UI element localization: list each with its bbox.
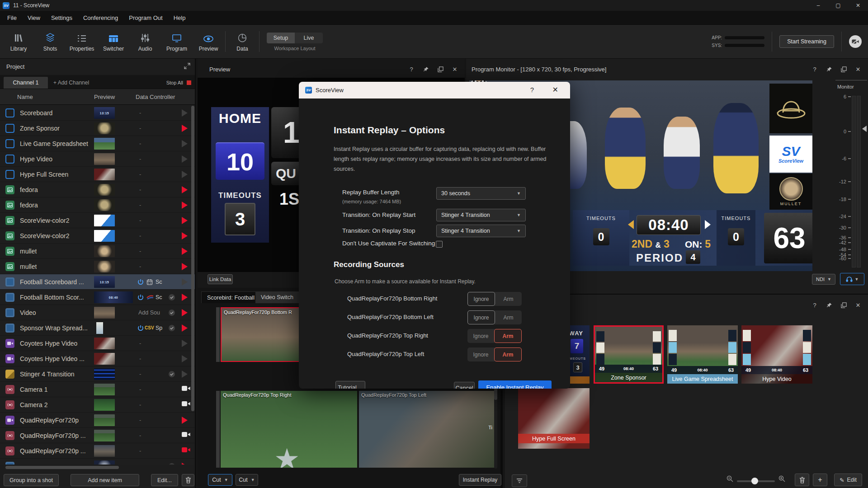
edit-item-button[interactable]: Edit...	[151, 474, 178, 486]
channel-1-tab[interactable]: Channel 1	[4, 77, 48, 89]
play-button-active[interactable]	[182, 416, 191, 424]
play-button-active[interactable]	[182, 124, 191, 132]
toolbar-data-button[interactable]: Data	[226, 25, 258, 58]
ndi-output-select[interactable]: NDI▼	[812, 274, 835, 285]
camera-source-icon[interactable]	[182, 401, 190, 407]
pin-icon[interactable]	[826, 301, 833, 309]
channel-row[interactable]: Scoreboard13:15-	[0, 105, 195, 121]
ignore-button[interactable]: Ignore	[467, 329, 494, 343]
toolbar-library-button[interactable]: Library	[3, 25, 34, 58]
pin-icon[interactable]	[422, 66, 429, 73]
channel-row[interactable]: Stinger 4 Transition-	[0, 366, 195, 382]
delete-shot-button[interactable]	[795, 474, 809, 486]
add-new-item-button[interactable]: Add new item	[71, 474, 139, 486]
toolbar-switcher-button[interactable]: Switcher	[98, 25, 129, 58]
cancel-button[interactable]: Cancel	[454, 382, 475, 389]
link-data-button[interactable]: Link Data	[208, 274, 233, 284]
arm-button[interactable]: Arm	[494, 329, 522, 343]
channel-row[interactable]: Sponsor Wrap Spread...SpCSV	[0, 320, 195, 336]
dialog-help-button[interactable]: ?	[530, 86, 534, 94]
play-button-active[interactable]	[182, 324, 191, 332]
account-avatar[interactable]	[849, 35, 862, 48]
channel-row[interactable]: VideoAdd Sou	[0, 305, 195, 320]
channel-row[interactable]: ScoreView-color2-	[0, 228, 195, 244]
toolbar-properties-button[interactable]: Properties	[66, 25, 98, 58]
toolbar-preview-button[interactable]: Preview	[193, 25, 224, 58]
channel-row[interactable]: QuadReplayFor720p ...-	[0, 428, 195, 443]
play-button-active[interactable]	[182, 232, 191, 240]
help-icon[interactable]: ?	[811, 66, 818, 73]
channel-row[interactable]: mullet-	[0, 259, 195, 274]
channel-row[interactable]: Zone Sponsor-	[0, 121, 195, 136]
channel-row[interactable]	[0, 459, 195, 465]
minimize-button[interactable]: –	[808, 0, 828, 11]
play-button[interactable]	[182, 140, 191, 148]
play-button[interactable]	[182, 339, 191, 347]
menu-item-help[interactable]: Help	[168, 11, 191, 25]
channel-row[interactable]: Football Bottom Scor...08:40Sc	[0, 290, 195, 305]
transition-start-select[interactable]: Stinger 4 Transition▼	[436, 209, 526, 221]
quad-top-right-source[interactable]: QuadReplayFor720p Top Right ★	[221, 391, 357, 468]
play-button-active[interactable]	[182, 462, 191, 465]
close-button[interactable]: ✕	[848, 0, 868, 11]
channel-row[interactable]: Coyotes Hype Video ...-	[0, 351, 195, 366]
channel-row[interactable]: Hype Video-	[0, 151, 195, 167]
play-button[interactable]	[182, 170, 191, 178]
play-button[interactable]	[182, 355, 191, 363]
vertical-scrollbar[interactable]	[191, 106, 194, 411]
tab-video-switcher[interactable]: Video Switch	[255, 291, 299, 303]
menu-item-conferencing[interactable]: Conferencing	[78, 11, 123, 25]
power-icon[interactable]	[137, 294, 144, 300]
channel-row[interactable]: Coyotes Hype Video-	[0, 336, 195, 351]
play-button-active[interactable]	[182, 201, 191, 209]
tab-scorebird-football[interactable]: Scorebird: Football	[201, 291, 260, 303]
shot-hype-full-screen[interactable]: Hype Full Screen	[518, 388, 590, 449]
transition-cut-select[interactable]: Cut▼	[208, 474, 232, 486]
checkbox-icon[interactable]	[5, 155, 14, 164]
transition-stop-select[interactable]: Stinger 4 Transition▼	[436, 225, 526, 237]
channel-row[interactable]: Hype Full Screen-	[0, 167, 195, 182]
monitor-audio-button[interactable]: ▼	[840, 273, 864, 285]
stop-all-button[interactable]: Stop All	[166, 77, 183, 89]
ignore-button[interactable]: Ignore	[467, 310, 495, 324]
float-window-icon[interactable]	[840, 66, 847, 73]
checkbox-icon[interactable]	[5, 124, 14, 133]
arm-button[interactable]: Arm	[495, 310, 522, 324]
maximize-button[interactable]: ▢	[828, 0, 848, 11]
channel-row[interactable]: Camera 1-	[0, 382, 195, 397]
camera-recording-icon[interactable]	[182, 447, 190, 453]
play-button-active[interactable]	[182, 216, 191, 225]
filter-button[interactable]	[512, 474, 527, 487]
dialog-close-button[interactable]: ✕	[552, 85, 558, 94]
zoom-out-icon[interactable]	[726, 475, 733, 482]
edit-shots-button[interactable]: ✎Edit	[834, 474, 862, 486]
tutorial-button[interactable]: Tutorial ...	[335, 381, 365, 389]
channel-row[interactable]: QuadReplayFor720p ...-	[0, 443, 195, 459]
workspace-setup-tab[interactable]: Setup	[267, 33, 295, 43]
close-panel-icon[interactable]: ✕	[854, 301, 862, 309]
add-channel-button[interactable]: + Add Channel	[53, 77, 89, 89]
horizontal-scrollbar[interactable]	[5, 466, 119, 469]
captivate-checkbox[interactable]	[436, 241, 443, 248]
channel-row[interactable]: QuadReplayFor720p-	[0, 413, 195, 428]
buffer-length-select[interactable]: 30 seconds▼	[436, 187, 526, 200]
menu-item-view[interactable]: View	[22, 11, 46, 25]
play-button-active[interactable]	[182, 263, 191, 271]
shot-live-game-spreadsheet[interactable]: 4908:4063 Live Game Spreadsheet	[667, 325, 738, 384]
power-icon[interactable]	[137, 325, 144, 331]
delete-item-button[interactable]	[182, 474, 194, 486]
ignore-button[interactable]: Ignore	[467, 292, 495, 306]
shot-zone-sponsor[interactable]: 4908:4063 Zone Sponsor	[594, 325, 664, 384]
play-button[interactable]	[182, 370, 191, 378]
channel-row[interactable]: fedora-	[0, 197, 195, 213]
toolbar-program-button[interactable]: Program	[161, 25, 193, 58]
float-window-icon[interactable]	[437, 66, 444, 73]
play-button-active[interactable]	[182, 247, 191, 255]
play-button[interactable]	[182, 278, 191, 286]
power-icon[interactable]	[137, 279, 144, 285]
ignore-button[interactable]: Ignore	[467, 347, 494, 361]
help-icon[interactable]: ?	[408, 66, 415, 73]
close-panel-icon[interactable]: ✕	[451, 66, 458, 73]
camera-source-icon[interactable]	[182, 385, 190, 391]
menu-item-program-out[interactable]: Program Out	[123, 11, 168, 25]
